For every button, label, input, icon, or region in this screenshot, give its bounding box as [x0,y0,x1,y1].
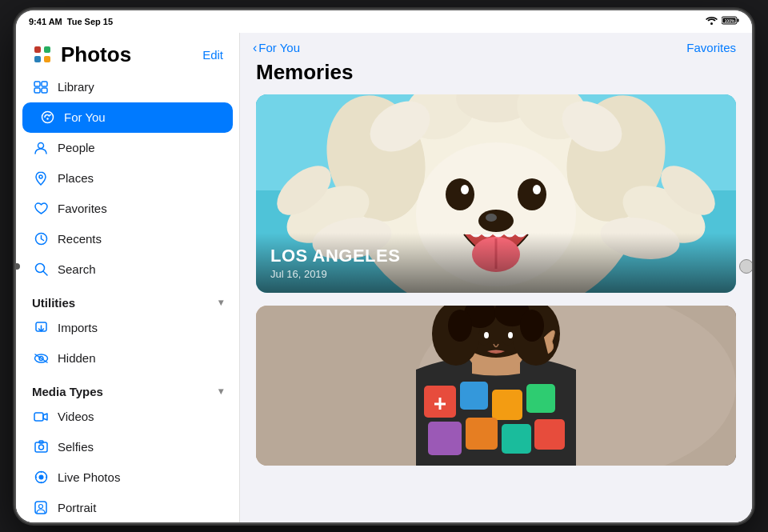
back-label: For You [258,41,300,54]
sidebar-item-library[interactable]: Library [16,72,239,102]
svg-rect-73 [534,419,565,450]
svg-point-57 [518,178,546,210]
video-icon [32,408,50,426]
for-you-icon [38,109,56,126]
svg-rect-69 [526,384,555,413]
svg-point-84 [478,330,490,346]
imports-label: Imports [58,321,98,334]
sidebar-item-favorites[interactable]: Favorites [16,194,239,224]
svg-rect-2 [738,19,739,22]
svg-point-15 [38,142,44,148]
svg-point-83 [520,310,544,342]
svg-point-58 [461,185,469,194]
sidebar-header: Photos Edit [16,33,239,72]
svg-rect-70 [428,422,462,455]
sidebar-item-live-photos[interactable]: Live Photos [16,462,239,493]
utilities-section-header[interactable]: Utilities ▾ [16,285,239,313]
utilities-label: Utilities [32,296,75,310]
sidebar-nav: Library For You [16,72,239,285]
back-button[interactable]: ‹ For You [253,41,300,55]
heart-icon [32,200,50,218]
sidebar-item-imports[interactable]: Imports [16,313,239,343]
svg-point-14 [46,118,48,119]
status-time: 9:41 AM [29,17,62,26]
svg-point-0 [710,22,713,25]
media-types-label: Media Types [32,385,103,398]
battery-icon: 100% [722,16,739,26]
wifi-icon [706,16,718,26]
sidebar-item-people[interactable]: People [16,133,239,163]
hidden-label: Hidden [58,351,96,365]
favorites-button[interactable]: Favorites [686,41,736,54]
sidebar-item-portrait[interactable]: Portrait [16,493,239,522]
svg-rect-25 [35,442,47,452]
portrait-icon [32,499,50,517]
svg-rect-5 [34,46,41,53]
edit-button[interactable]: Edit [202,48,223,62]
svg-rect-9 [34,82,40,86]
hidden-icon [32,350,50,367]
svg-rect-71 [466,418,498,450]
sidebar: Photos Edit Library [16,33,240,522]
svg-point-82 [448,310,472,342]
svg-rect-8 [44,56,50,62]
sidebar-item-selfies[interactable]: Selfies [16,432,239,462]
svg-point-60 [478,210,514,232]
svg-point-56 [446,178,474,210]
memory-location-1: LOS ANGELES [270,246,722,266]
svg-point-59 [533,185,541,194]
recents-label: Recents [58,232,102,246]
content-header: ‹ For You Favorites [240,33,752,60]
svg-point-29 [38,475,43,480]
svg-rect-24 [34,413,43,421]
sidebar-title: Photos [61,42,131,67]
videos-label: Videos [58,410,94,423]
sidebar-item-search[interactable]: Search [16,254,239,285]
media-types-nav: Videos Selfies [16,402,239,522]
search-icon [32,261,50,278]
media-types-section-header[interactable]: Media Types ▾ [16,374,239,402]
memory-card-portrait[interactable] [256,306,736,466]
svg-point-86 [484,332,489,338]
app-container: Photos Edit Library [16,33,752,522]
sidebar-item-recents[interactable]: Recents [16,224,239,254]
status-left: 9:41 AM Tue Sep 15 [29,17,113,26]
svg-line-19 [43,271,47,275]
svg-point-13 [42,112,53,123]
for-you-label: For You [64,110,106,124]
svg-point-35 [39,505,43,509]
photos-app-icon [32,44,53,65]
library-label: Library [58,80,94,94]
memory-date-1: Jul 16, 2019 [270,268,722,280]
svg-text:100%: 100% [725,18,735,23]
sidebar-item-places[interactable]: Places [16,163,239,194]
portrait-label: Portrait [58,501,96,514]
sidebar-item-for-you[interactable]: For You [22,102,233,133]
svg-rect-72 [502,424,531,454]
search-label: Search [58,262,96,276]
live-photos-label: Live Photos [58,470,120,484]
clock-icon [32,230,50,248]
sidebar-item-hidden[interactable]: Hidden [16,343,239,374]
svg-rect-7 [34,56,41,62]
memory-card-los-angeles[interactable]: LOS ANGELES Jul 16, 2019 [256,94,736,293]
memory-overlay-1: LOS ANGELES Jul 16, 2019 [256,233,736,293]
status-date: Tue Sep 15 [67,17,113,26]
main-content: ‹ For You Favorites Memories [240,33,752,522]
places-icon [32,170,50,187]
svg-rect-68 [492,390,522,420]
status-bar: 9:41 AM Tue Sep 15 100% [16,10,752,33]
memories-title: Memories [240,60,752,94]
places-label: Places [58,171,94,185]
people-label: People [58,141,95,154]
memories-scroll: LOS ANGELES Jul 16, 2019 [240,94,752,522]
svg-rect-12 [42,88,47,93]
svg-rect-67 [460,382,488,410]
svg-point-61 [486,214,497,222]
import-icon [32,319,50,337]
media-types-chevron-icon: ▾ [218,386,223,397]
sidebar-item-videos[interactable]: Videos [16,402,239,432]
home-button[interactable] [739,259,752,274]
live-photos-icon [32,469,50,486]
back-chevron-icon: ‹ [253,41,257,55]
